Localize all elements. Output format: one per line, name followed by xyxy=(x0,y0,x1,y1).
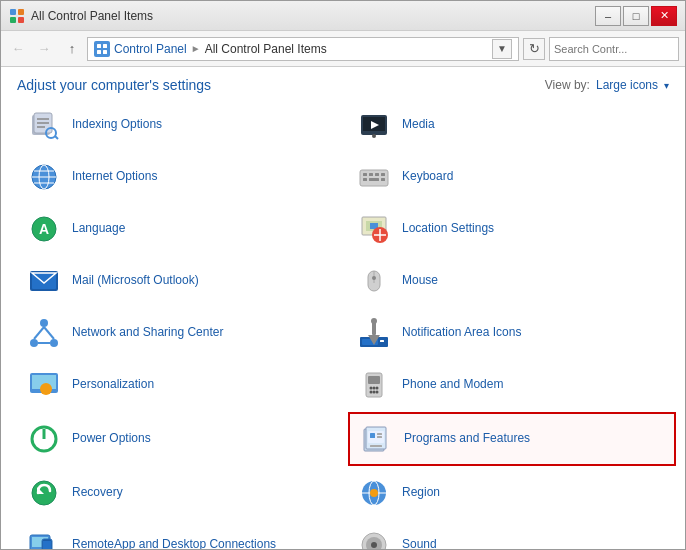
personalization-icon xyxy=(26,367,62,403)
item-media[interactable]: Media xyxy=(347,99,677,151)
forward-button[interactable]: → xyxy=(33,38,55,60)
mail-outlook-label: Mail (Microsoft Outlook) xyxy=(72,273,199,289)
svg-point-47 xyxy=(30,339,38,347)
language-label: Language xyxy=(72,221,125,237)
mouse-icon xyxy=(356,263,392,299)
items-grid: Indexing OptionsMediaInternet OptionsKey… xyxy=(17,99,677,549)
item-internet-options[interactable]: Internet Options xyxy=(17,151,347,203)
remoteapp-label: RemoteApp and Desktop Connections xyxy=(72,537,276,549)
page-title: Adjust your computer's settings xyxy=(17,77,211,93)
location-settings-label: Location Settings xyxy=(402,221,494,237)
internet-options-icon xyxy=(26,159,62,195)
item-recovery[interactable]: Recovery xyxy=(17,467,347,519)
item-remoteapp[interactable]: RemoteApp and Desktop Connections xyxy=(17,519,347,549)
svg-point-64 xyxy=(373,387,376,390)
mail-outlook-icon xyxy=(26,263,62,299)
item-region[interactable]: Region xyxy=(347,467,677,519)
language-icon: A xyxy=(26,211,62,247)
network-sharing-label: Network and Sharing Center xyxy=(72,325,223,341)
sound-icon xyxy=(356,527,392,549)
svg-rect-7 xyxy=(103,50,107,54)
address-bar: ← → ↑ Control Panel ► All Control Panel … xyxy=(1,31,685,67)
svg-point-45 xyxy=(372,276,376,280)
title-bar: All Control Panel Items – □ ✕ xyxy=(1,1,685,31)
breadcrumb-separator: ► xyxy=(191,43,201,54)
item-language[interactable]: ALanguage xyxy=(17,203,347,255)
svg-point-90 xyxy=(371,542,377,548)
item-indexing-options[interactable]: Indexing Options xyxy=(17,99,347,151)
svg-point-65 xyxy=(376,387,379,390)
power-options-icon xyxy=(26,421,62,457)
item-personalization[interactable]: Personalization xyxy=(17,359,347,411)
window-title: All Control Panel Items xyxy=(31,9,153,23)
breadcrumb-current: All Control Panel Items xyxy=(205,42,327,56)
svg-point-83 xyxy=(370,489,378,497)
content-area: Adjust your computer's settings View by:… xyxy=(1,67,685,549)
item-notification-area[interactable]: Notification Area Icons xyxy=(347,307,677,359)
power-options-label: Power Options xyxy=(72,431,151,447)
view-dropdown-icon[interactable]: ▾ xyxy=(664,80,669,91)
back-button[interactable]: ← xyxy=(7,38,29,60)
svg-rect-77 xyxy=(370,445,382,447)
svg-rect-5 xyxy=(103,44,107,48)
programs-features-icon xyxy=(358,421,394,457)
breadcrumb-root[interactable]: Control Panel xyxy=(114,42,187,56)
region-icon xyxy=(356,475,392,511)
svg-rect-1 xyxy=(18,9,24,15)
refresh-button[interactable]: ↻ xyxy=(523,38,545,60)
svg-rect-31 xyxy=(381,178,385,181)
svg-point-48 xyxy=(50,339,58,347)
close-button[interactable]: ✕ xyxy=(651,6,677,26)
minimize-button[interactable]: – xyxy=(595,6,621,26)
svg-point-66 xyxy=(370,391,373,394)
item-keyboard[interactable]: Keyboard xyxy=(347,151,677,203)
title-bar-left: All Control Panel Items xyxy=(9,8,153,24)
item-location-settings[interactable]: Location Settings xyxy=(347,203,677,255)
svg-line-50 xyxy=(44,327,54,339)
item-phone-modem[interactable]: Phone and Modem xyxy=(347,359,677,411)
item-sound[interactable]: Sound xyxy=(347,519,677,549)
recovery-label: Recovery xyxy=(72,485,123,501)
svg-rect-54 xyxy=(380,340,384,342)
media-label: Media xyxy=(402,117,435,133)
svg-line-14 xyxy=(55,136,58,139)
svg-rect-75 xyxy=(377,433,382,435)
phone-modem-label: Phone and Modem xyxy=(402,377,503,393)
item-mouse[interactable]: Mouse xyxy=(347,255,677,307)
svg-rect-28 xyxy=(381,173,385,176)
items-container: Indexing OptionsMediaInternet OptionsKey… xyxy=(1,99,685,549)
svg-line-49 xyxy=(34,327,44,339)
svg-rect-29 xyxy=(363,178,367,181)
svg-rect-4 xyxy=(97,44,101,48)
network-sharing-icon xyxy=(26,315,62,351)
svg-rect-76 xyxy=(377,436,382,438)
window: All Control Panel Items – □ ✕ ← → ↑ Cont… xyxy=(0,0,686,550)
mouse-label: Mouse xyxy=(402,273,438,289)
up-button[interactable]: ↑ xyxy=(61,38,83,60)
maximize-button[interactable]: □ xyxy=(623,6,649,26)
breadcrumb-dropdown[interactable]: ▼ xyxy=(492,39,512,59)
view-by-value[interactable]: Large icons xyxy=(596,78,658,92)
indexing-options-label: Indexing Options xyxy=(72,117,162,133)
item-network-sharing[interactable]: Network and Sharing Center xyxy=(17,307,347,359)
view-by-control: View by: Large icons ▾ xyxy=(545,78,669,92)
svg-point-57 xyxy=(371,318,377,324)
svg-point-46 xyxy=(40,319,48,327)
title-controls: – □ ✕ xyxy=(595,6,677,26)
item-programs-features[interactable]: Programs and Features xyxy=(348,412,676,466)
content-header: Adjust your computer's settings View by:… xyxy=(1,67,685,99)
keyboard-icon xyxy=(356,159,392,195)
window-icon xyxy=(9,8,25,24)
internet-options-label: Internet Options xyxy=(72,169,157,185)
media-icon xyxy=(356,107,392,143)
svg-rect-74 xyxy=(370,433,375,438)
recovery-icon xyxy=(26,475,62,511)
search-input[interactable] xyxy=(554,43,686,55)
item-mail-outlook[interactable]: Mail (Microsoft Outlook) xyxy=(17,255,347,307)
notification-area-label: Notification Area Icons xyxy=(402,325,521,341)
remoteapp-icon xyxy=(26,527,62,549)
region-label: Region xyxy=(402,485,440,501)
indexing-options-icon xyxy=(26,107,62,143)
item-power-options[interactable]: Power Options xyxy=(17,411,347,467)
search-box: 🔍 xyxy=(549,37,679,61)
